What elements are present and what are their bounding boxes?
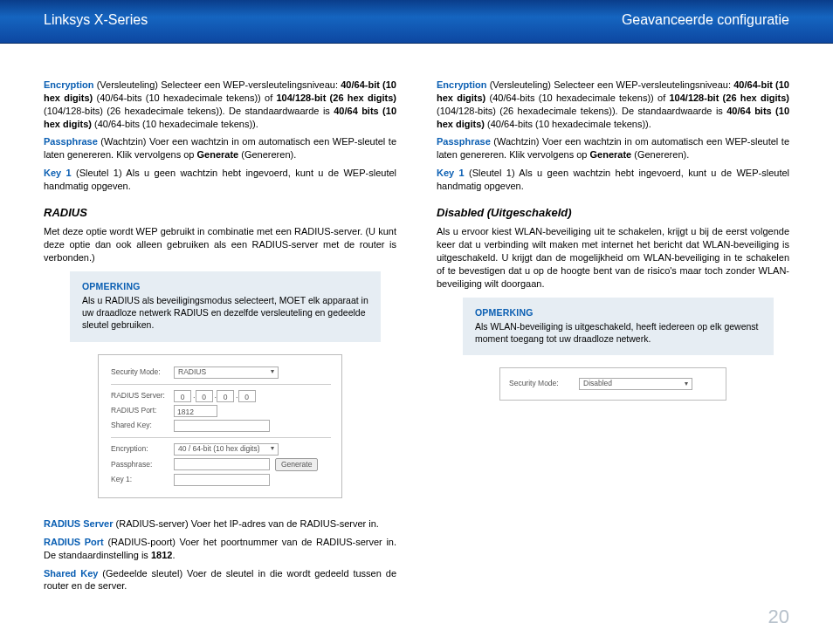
radius-settings-panel: Security Mode: RADIUS ▾ RADIUS Server: 0… <box>98 354 342 498</box>
radius-heading: RADIUS <box>44 205 396 221</box>
security-mode-select[interactable]: RADIUS ▾ <box>174 367 279 379</box>
shared-key-label: Shared Key: <box>111 421 174 430</box>
ip-octet-1[interactable]: 0 <box>174 390 191 402</box>
divider <box>111 384 331 385</box>
security-mode-label: Security Mode: <box>111 367 174 377</box>
radius-server-label: RADIUS Server: <box>111 391 174 401</box>
disabled-settings-panel: Security Mode: Disabled ▾ <box>499 367 726 401</box>
radius-port-label: RADIUS Port: <box>111 406 174 415</box>
radius-port-input[interactable]: 1812 <box>174 405 217 417</box>
disabled-body: Als u ervoor kiest WLAN-beveiliging uit … <box>437 225 789 290</box>
page-header: Linksys X-Series Geavanceerde configurat… <box>0 0 833 44</box>
shared-key-input[interactable] <box>174 420 270 432</box>
generate-button[interactable]: Generate <box>275 458 318 471</box>
left-column: Encryption (Versleuteling) Selecteer een… <box>44 79 396 598</box>
passphrase-paragraph: Passphrase (Wachtzin) Voer een wachtzin … <box>44 135 396 161</box>
radius-server-paragraph: RADIUS Server (RADIUS-server) Voer het I… <box>44 517 396 531</box>
note-title: OPMERKING <box>475 306 761 319</box>
key1-label: Key 1: <box>111 475 174 484</box>
encryption-label: Encryption: <box>111 444 174 454</box>
passphrase-input[interactable] <box>174 458 270 470</box>
radius-intro: Met deze optie wordt WEP gebruikt in com… <box>44 225 396 264</box>
note-body: Als u RADIUS als beveiligingsmodus selec… <box>82 295 368 330</box>
key1-input[interactable] <box>174 474 270 486</box>
key1-paragraph: Key 1 (Sleutel 1) Als u geen wachtzin he… <box>44 167 396 193</box>
encryption-paragraph-r: Encryption (Versleuteling) Selecteer een… <box>437 79 789 130</box>
ip-octet-4[interactable]: 0 <box>238 390 256 402</box>
content-area: Encryption (Versleuteling) Selecteer een… <box>0 44 833 598</box>
encryption-term: Encryption <box>44 79 93 90</box>
header-right: Geavanceerde configuratie <box>622 12 789 28</box>
chevron-down-icon: ▾ <box>271 367 274 377</box>
passphrase-paragraph-r: Passphrase (Wachtzin) Voer een wachtzin … <box>437 135 789 161</box>
key1-paragraph-r: Key 1 (Sleutel 1) Als u geen wachtzin he… <box>437 167 789 193</box>
radius-note-box: OPMERKING Als u RADIUS als beveiligingsm… <box>70 271 381 342</box>
note-body: Als WLAN-beveiliging is uitgeschakeld, h… <box>475 321 759 344</box>
encryption-select[interactable]: 40 / 64-bit (10 hex digits) ▾ <box>174 443 279 456</box>
disabled-heading: Disabled (Uitgeschakeld) <box>437 205 789 221</box>
chevron-down-icon: ▾ <box>685 380 688 389</box>
key1-term: Key 1 <box>44 168 72 178</box>
right-column: Encryption (Versleuteling) Selecteer een… <box>437 79 789 598</box>
security-mode-select[interactable]: Disabled ▾ <box>579 378 692 390</box>
page-number: 20 <box>768 606 789 628</box>
encryption-paragraph: Encryption (Versleuteling) Selecteer een… <box>44 79 396 130</box>
ip-octet-2[interactable]: 0 <box>196 390 213 402</box>
header-left: Linksys X-Series <box>44 12 148 28</box>
note-title: OPMERKING <box>82 280 368 292</box>
radius-port-paragraph: RADIUS Port (RADIUS-poort) Voer het poor… <box>44 536 396 562</box>
shared-key-paragraph: Shared Key (Gedeelde sleutel) Voer de sl… <box>44 567 396 593</box>
passphrase-term: Passphrase <box>44 136 98 147</box>
disabled-note-box: OPMERKING Als WLAN-beveiliging is uitges… <box>463 298 774 356</box>
passphrase-label: Passphrase: <box>111 460 174 469</box>
divider <box>111 437 331 438</box>
chevron-down-icon: ▾ <box>271 444 274 454</box>
security-mode-label: Security Mode: <box>509 379 579 388</box>
ip-octet-3[interactable]: 0 <box>217 390 234 402</box>
